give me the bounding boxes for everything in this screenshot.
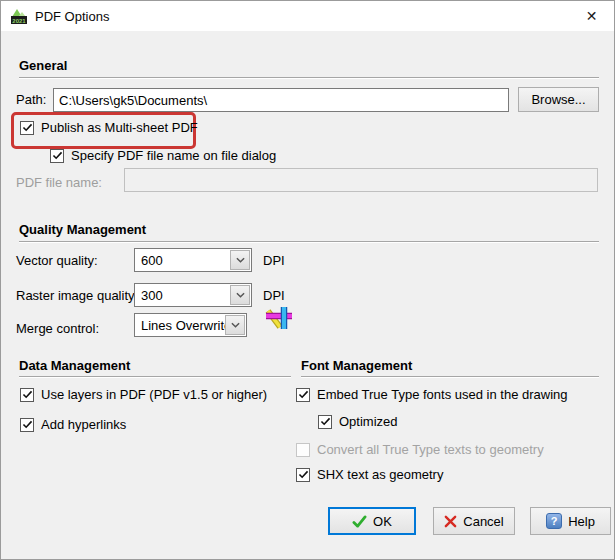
ok-check-icon bbox=[352, 515, 367, 528]
checkbox-box bbox=[296, 468, 310, 482]
merge-control-value: Lines Overwrite bbox=[141, 314, 231, 336]
checkbox-optimized[interactable]: Optimized bbox=[318, 414, 398, 429]
titlebar: 2021 PDF Options ✕ bbox=[1, 1, 614, 31]
checkbox-shx-geometry[interactable]: SHX text as geometry bbox=[296, 467, 443, 482]
ok-button-label: OK bbox=[373, 514, 392, 529]
font-management-divider bbox=[301, 376, 599, 377]
dropdown-button[interactable] bbox=[230, 285, 250, 305]
checkbox-label: Use layers in PDF (PDF v1.5 or higher) bbox=[41, 387, 267, 402]
checkbox-box bbox=[20, 121, 34, 135]
cancel-button[interactable]: Cancel bbox=[433, 507, 515, 535]
checkbox-box bbox=[296, 388, 310, 402]
checkbox-label: Embed True Type fonts used in the drawin… bbox=[317, 387, 568, 402]
checkbox-box bbox=[20, 388, 34, 402]
path-input[interactable] bbox=[53, 88, 509, 112]
checkbox-convert-truetype-geometry[interactable]: Convert all True Type texts to geometry bbox=[296, 442, 544, 457]
vector-quality-unit: DPI bbox=[263, 253, 285, 268]
quality-divider bbox=[19, 241, 599, 242]
check-icon bbox=[298, 390, 309, 399]
question-mark-icon: ? bbox=[546, 513, 562, 529]
dropdown-button[interactable] bbox=[230, 250, 250, 270]
browse-button-label: Browse... bbox=[531, 92, 585, 107]
merge-control-select[interactable]: Lines Overwrite bbox=[134, 313, 247, 337]
checkbox-box bbox=[20, 418, 34, 432]
font-management-heading: Font Management bbox=[301, 358, 412, 373]
checkbox-label: SHX text as geometry bbox=[317, 467, 443, 482]
checkbox-use-layers[interactable]: Use layers in PDF (PDF v1.5 or higher) bbox=[20, 387, 267, 402]
vector-quality-select[interactable]: 600 bbox=[134, 248, 252, 272]
merge-lines-icon bbox=[265, 303, 295, 333]
general-divider bbox=[19, 77, 599, 78]
checkbox-specify-filename[interactable]: Specify PDF file name on file dialog bbox=[50, 148, 276, 163]
help-button[interactable]: ? Help bbox=[530, 507, 611, 535]
checkbox-add-hyperlinks[interactable]: Add hyperlinks bbox=[20, 417, 126, 432]
checkbox-label: Convert all True Type texts to geometry bbox=[317, 442, 544, 457]
pdf-filename-label: PDF file name: bbox=[16, 175, 102, 190]
svg-text:2021: 2021 bbox=[12, 18, 26, 24]
app-2021-icon: 2021 bbox=[10, 7, 28, 25]
help-button-label: Help bbox=[568, 514, 595, 529]
ok-button[interactable]: OK bbox=[328, 507, 416, 535]
checkbox-box bbox=[318, 415, 332, 429]
check-icon bbox=[52, 151, 63, 160]
raster-quality-select[interactable]: 300 bbox=[134, 283, 252, 307]
checkbox-embed-truetype[interactable]: Embed True Type fonts used in the drawin… bbox=[296, 387, 568, 402]
check-icon bbox=[320, 417, 331, 426]
checkbox-publish-multisheet[interactable]: Publish as Multi-sheet PDF bbox=[20, 120, 198, 135]
dropdown-button[interactable] bbox=[225, 315, 245, 335]
raster-quality-value: 300 bbox=[141, 284, 163, 306]
check-icon bbox=[22, 420, 33, 429]
data-management-divider bbox=[19, 376, 291, 377]
check-icon bbox=[22, 390, 33, 399]
checkbox-label: Optimized bbox=[339, 414, 398, 429]
cancel-button-label: Cancel bbox=[463, 514, 503, 529]
check-icon bbox=[22, 123, 33, 132]
chevron-down-icon bbox=[236, 257, 245, 263]
raster-quality-unit: DPI bbox=[263, 288, 285, 303]
cancel-x-icon bbox=[444, 515, 457, 528]
close-button[interactable]: ✕ bbox=[569, 1, 614, 30]
general-heading: General bbox=[19, 58, 67, 73]
checkbox-label: Add hyperlinks bbox=[41, 417, 126, 432]
pdf-filename-input[interactable] bbox=[124, 168, 598, 192]
data-management-heading: Data Management bbox=[19, 358, 130, 373]
chevron-down-icon bbox=[231, 322, 240, 328]
browse-button[interactable]: Browse... bbox=[518, 87, 599, 112]
merge-control-label: Merge control: bbox=[16, 321, 99, 336]
checkbox-label: Publish as Multi-sheet PDF bbox=[41, 120, 198, 135]
checkbox-box bbox=[296, 443, 310, 457]
pdf-options-dialog: 2021 PDF Options ✕ General Path: Browse.… bbox=[0, 0, 615, 560]
vector-quality-value: 600 bbox=[141, 249, 163, 271]
close-icon: ✕ bbox=[586, 8, 598, 24]
checkbox-label: Specify PDF file name on file dialog bbox=[71, 148, 276, 163]
window-title: PDF Options bbox=[35, 9, 109, 24]
path-label: Path: bbox=[16, 92, 46, 107]
chevron-down-icon bbox=[236, 292, 245, 298]
raster-quality-label: Raster image quality: bbox=[16, 288, 138, 303]
quality-heading: Quality Management bbox=[19, 222, 146, 237]
checkbox-box bbox=[50, 149, 64, 163]
check-icon bbox=[298, 470, 309, 479]
vector-quality-label: Vector quality: bbox=[16, 253, 98, 268]
